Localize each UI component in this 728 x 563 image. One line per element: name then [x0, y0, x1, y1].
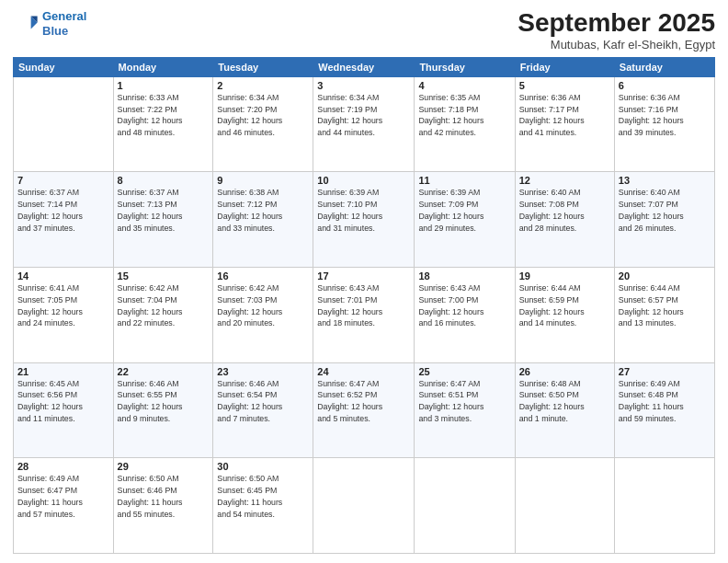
week-row-3: 21Sunrise: 6:45 AM Sunset: 6:56 PM Dayli… [14, 362, 715, 458]
day-number: 28 [17, 461, 109, 472]
day-info: Sunrise: 6:35 AM Sunset: 7:18 PM Dayligh… [418, 92, 510, 139]
week-row-2: 14Sunrise: 6:41 AM Sunset: 7:05 PM Dayli… [14, 268, 715, 363]
day-cell [14, 76, 114, 172]
day-cell: 11Sunrise: 6:39 AM Sunset: 7:09 PM Dayli… [415, 172, 515, 268]
week-row-1: 7Sunrise: 6:37 AM Sunset: 7:14 PM Daylig… [14, 172, 715, 268]
day-info: Sunrise: 6:34 AM Sunset: 7:20 PM Dayligh… [217, 92, 309, 139]
day-cell: 2Sunrise: 6:34 AM Sunset: 7:20 PM Daylig… [213, 76, 313, 172]
day-cell: 12Sunrise: 6:40 AM Sunset: 7:08 PM Dayli… [515, 172, 614, 268]
day-number: 5 [519, 80, 610, 91]
day-info: Sunrise: 6:39 AM Sunset: 7:09 PM Dayligh… [418, 187, 510, 234]
day-cell: 18Sunrise: 6:43 AM Sunset: 7:00 PM Dayli… [415, 268, 515, 363]
day-number: 6 [619, 80, 711, 91]
header-day-friday: Friday [515, 57, 614, 76]
day-info: Sunrise: 6:44 AM Sunset: 6:59 PM Dayligh… [519, 282, 610, 329]
header-day-monday: Monday [113, 57, 213, 76]
day-info: Sunrise: 6:44 AM Sunset: 6:57 PM Dayligh… [619, 282, 711, 329]
day-number: 27 [619, 366, 711, 377]
header-day-sunday: Sunday [14, 57, 114, 76]
day-number: 16 [217, 270, 309, 282]
day-number: 4 [418, 80, 510, 91]
day-cell: 28Sunrise: 6:49 AM Sunset: 6:47 PM Dayli… [14, 458, 114, 554]
header-day-thursday: Thursday [415, 57, 515, 76]
logo: General Blue [13, 9, 86, 38]
day-number: 10 [317, 175, 410, 186]
day-number: 3 [317, 80, 410, 91]
day-cell [515, 458, 614, 554]
subtitle: Mutubas, Kafr el-Sheikh, Egypt [518, 38, 715, 52]
day-number: 21 [17, 366, 109, 377]
day-cell: 29Sunrise: 6:50 AM Sunset: 6:46 PM Dayli… [113, 458, 213, 554]
logo-line1: General [42, 9, 86, 23]
day-info: Sunrise: 6:46 AM Sunset: 6:55 PM Dayligh… [118, 378, 210, 425]
day-cell: 20Sunrise: 6:44 AM Sunset: 6:57 PM Dayli… [614, 268, 714, 363]
day-number: 17 [317, 270, 410, 282]
day-cell: 26Sunrise: 6:48 AM Sunset: 6:50 PM Dayli… [515, 362, 614, 458]
day-info: Sunrise: 6:37 AM Sunset: 7:14 PM Dayligh… [17, 187, 109, 234]
day-info: Sunrise: 6:40 AM Sunset: 7:07 PM Dayligh… [619, 187, 711, 234]
day-info: Sunrise: 6:45 AM Sunset: 6:56 PM Dayligh… [17, 378, 109, 425]
day-number: 22 [118, 366, 210, 377]
day-cell [415, 458, 515, 554]
day-cell: 25Sunrise: 6:47 AM Sunset: 6:51 PM Dayli… [415, 362, 515, 458]
day-cell: 23Sunrise: 6:46 AM Sunset: 6:54 PM Dayli… [213, 362, 313, 458]
day-info: Sunrise: 6:47 AM Sunset: 6:51 PM Dayligh… [418, 378, 510, 425]
day-cell: 13Sunrise: 6:40 AM Sunset: 7:07 PM Dayli… [614, 172, 714, 268]
day-cell: 16Sunrise: 6:42 AM Sunset: 7:03 PM Dayli… [213, 268, 313, 363]
day-number: 26 [519, 366, 610, 377]
day-cell: 8Sunrise: 6:37 AM Sunset: 7:13 PM Daylig… [113, 172, 213, 268]
day-cell: 7Sunrise: 6:37 AM Sunset: 7:14 PM Daylig… [14, 172, 114, 268]
day-number: 15 [118, 270, 210, 282]
day-info: Sunrise: 6:40 AM Sunset: 7:08 PM Dayligh… [519, 187, 610, 234]
day-number: 25 [418, 366, 510, 377]
day-info: Sunrise: 6:36 AM Sunset: 7:16 PM Dayligh… [619, 92, 711, 139]
day-cell: 14Sunrise: 6:41 AM Sunset: 7:05 PM Dayli… [14, 268, 114, 363]
day-number: 2 [217, 80, 309, 91]
day-info: Sunrise: 6:33 AM Sunset: 7:22 PM Dayligh… [118, 92, 210, 139]
page: General Blue September 2025 Mutubas, Kaf… [0, 0, 728, 563]
week-row-4: 28Sunrise: 6:49 AM Sunset: 6:47 PM Dayli… [14, 458, 715, 554]
logo-icon [13, 11, 39, 37]
day-info: Sunrise: 6:43 AM Sunset: 7:01 PM Dayligh… [317, 282, 410, 329]
day-info: Sunrise: 6:39 AM Sunset: 7:10 PM Dayligh… [317, 187, 410, 234]
day-cell: 3Sunrise: 6:34 AM Sunset: 7:19 PM Daylig… [313, 76, 415, 172]
day-number: 20 [619, 270, 711, 282]
day-cell: 27Sunrise: 6:49 AM Sunset: 6:48 PM Dayli… [614, 362, 714, 458]
month-title: September 2025 [518, 9, 715, 38]
day-info: Sunrise: 6:41 AM Sunset: 7:05 PM Dayligh… [17, 282, 109, 329]
day-info: Sunrise: 6:49 AM Sunset: 6:47 PM Dayligh… [17, 473, 109, 520]
day-cell: 15Sunrise: 6:42 AM Sunset: 7:04 PM Dayli… [113, 268, 213, 363]
day-cell: 21Sunrise: 6:45 AM Sunset: 6:56 PM Dayli… [14, 362, 114, 458]
logo-line2: Blue [42, 24, 68, 38]
day-cell [313, 458, 415, 554]
day-cell: 24Sunrise: 6:47 AM Sunset: 6:52 PM Dayli… [313, 362, 415, 458]
day-number: 13 [619, 175, 711, 186]
day-cell: 9Sunrise: 6:38 AM Sunset: 7:12 PM Daylig… [213, 172, 313, 268]
day-info: Sunrise: 6:38 AM Sunset: 7:12 PM Dayligh… [217, 187, 309, 234]
day-number: 12 [519, 175, 610, 186]
day-info: Sunrise: 6:42 AM Sunset: 7:03 PM Dayligh… [217, 282, 309, 329]
day-cell: 4Sunrise: 6:35 AM Sunset: 7:18 PM Daylig… [415, 76, 515, 172]
day-number: 14 [17, 270, 109, 282]
header-row: SundayMondayTuesdayWednesdayThursdayFrid… [14, 57, 715, 76]
day-number: 29 [118, 461, 210, 472]
day-number: 23 [217, 366, 309, 377]
day-number: 18 [418, 270, 510, 282]
header-day-saturday: Saturday [614, 57, 714, 76]
calendar-table: SundayMondayTuesdayWednesdayThursdayFrid… [13, 57, 715, 554]
header: General Blue September 2025 Mutubas, Kaf… [13, 9, 715, 52]
day-cell [614, 458, 714, 554]
day-number: 9 [217, 175, 309, 186]
day-info: Sunrise: 6:50 AM Sunset: 6:45 PM Dayligh… [217, 473, 309, 520]
day-number: 1 [118, 80, 210, 91]
week-row-0: 1Sunrise: 6:33 AM Sunset: 7:22 PM Daylig… [14, 76, 715, 172]
day-info: Sunrise: 6:48 AM Sunset: 6:50 PM Dayligh… [519, 378, 610, 425]
day-number: 11 [418, 175, 510, 186]
day-info: Sunrise: 6:37 AM Sunset: 7:13 PM Dayligh… [118, 187, 210, 234]
day-info: Sunrise: 6:46 AM Sunset: 6:54 PM Dayligh… [217, 378, 309, 425]
day-number: 19 [519, 270, 610, 282]
day-info: Sunrise: 6:43 AM Sunset: 7:00 PM Dayligh… [418, 282, 510, 329]
day-number: 8 [118, 175, 210, 186]
day-cell: 22Sunrise: 6:46 AM Sunset: 6:55 PM Dayli… [113, 362, 213, 458]
day-number: 24 [317, 366, 410, 377]
